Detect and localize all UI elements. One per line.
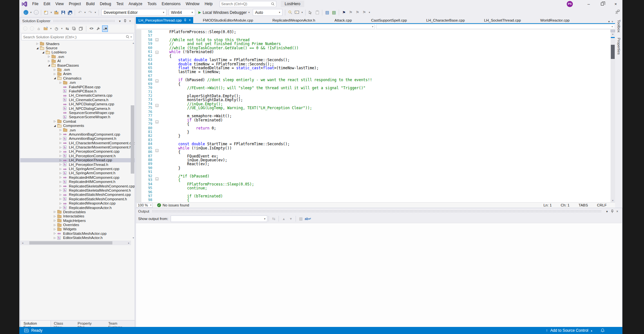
- decrease-indent-button[interactable]: ▤: [324, 9, 330, 16]
- undo-button[interactable]: ↶: [77, 9, 83, 16]
- expanded-arrow-icon[interactable]: ◢: [52, 77, 57, 80]
- code-line[interactable]: if (bTerminated): [160, 118, 611, 122]
- account-avatar[interactable]: PS: [567, 1, 573, 7]
- switch-views-caret-icon[interactable]: ▾: [49, 27, 52, 30]
- collapsed-arrow-icon[interactable]: ▷: [58, 202, 63, 205]
- restore-button[interactable]: [595, 0, 609, 8]
- tab-WorldReactor.cpp[interactable]: WorldReactor.cpp: [531, 17, 579, 23]
- code-line[interactable]: inQue.Dequeue(ev);: [160, 158, 611, 162]
- next-message-button[interactable]: ▾: [287, 215, 294, 222]
- find-message-button[interactable]: ⇆: [270, 215, 277, 222]
- code-editor[interactable]: 5657585960616263646566676869707172737475…: [136, 30, 615, 202]
- tree-item-ReplicatedSkeletalMeshComponent.h[interactable]: ▷hReplicatedSkeletalMeshComponent.h: [20, 188, 135, 192]
- breakpoint-margin[interactable]: [136, 30, 141, 202]
- properties-copy-button[interactable]: [78, 25, 84, 32]
- collapsed-arrow-icon[interactable]: ▷: [58, 193, 63, 196]
- start-debug-button[interactable]: ▶ Local Windows Debugger ▾: [196, 10, 251, 15]
- collapsed-arrow-icon[interactable]: ▷: [52, 120, 57, 123]
- tree-item-Components[interactable]: ◢Components: [20, 123, 135, 128]
- tree-item-LH_PerceptionComponent.h[interactable]: ▷hLH_PerceptionComponent.h: [20, 154, 135, 158]
- solution-search-input[interactable]: [23, 35, 126, 39]
- menu-item-edit[interactable]: Edit: [41, 1, 53, 7]
- line-indicator[interactable]: Ln: 1: [544, 203, 552, 207]
- collapsed-arrow-icon[interactable]: ▷: [58, 189, 63, 192]
- tree-item-LH_NPCDialogCamera.h[interactable]: hLH_NPCDialogCamera.h: [20, 106, 135, 110]
- title-bar[interactable]: FileEditViewProjectBuildDebugTestAnalyze…: [19, 0, 622, 8]
- output-content[interactable]: [136, 223, 622, 327]
- view-code-button[interactable]: <>: [89, 25, 94, 32]
- feedback-button[interactable]: [615, 10, 620, 15]
- collapsed-arrow-icon[interactable]: ▷: [58, 185, 63, 187]
- tab-FMODStudioEditorModule.cpp[interactable]: FMODStudioEditorModule.cpp: [193, 17, 263, 23]
- collapsed-arrow-icon[interactable]: ▷: [58, 159, 63, 162]
- code-line[interactable]: while (!bTerminated): [160, 50, 611, 54]
- collapsed-arrow-icon[interactable]: ▷: [58, 180, 63, 183]
- scroll-down-icon[interactable]: ▾: [133, 236, 134, 239]
- line-ending-indicator[interactable]: CRLF: [597, 203, 607, 207]
- fold-collapse-icon[interactable]: –: [156, 51, 158, 54]
- tree-item-AI[interactable]: ▷AI: [20, 59, 135, 63]
- code-line[interactable]: //UE_LOG(LogTemp, Warning, TEXT("LH_Perc…: [160, 106, 611, 110]
- close-icon[interactable]: ×: [615, 210, 620, 213]
- collapsed-arrow-icon[interactable]: ▷: [58, 137, 63, 140]
- tab-CastSupportSpell.cpp[interactable]: CastSupportSpell.cpp: [362, 17, 417, 23]
- add-to-source-control-button[interactable]: Add to Source Control: [550, 328, 588, 333]
- zoom-level-dropdown[interactable]: 100 %▾: [137, 203, 153, 208]
- collapsed-arrow-icon[interactable]: ▷: [58, 146, 63, 149]
- collapsed-arrow-icon[interactable]: ▷: [58, 197, 63, 200]
- tree-item-Widgets[interactable]: ▷Widgets: [20, 227, 135, 231]
- collapsed-arrow-icon[interactable]: ▷: [35, 42, 40, 45]
- add-item-button[interactable]: [53, 9, 60, 16]
- collapsed-arrow-icon[interactable]: ▷: [58, 150, 63, 153]
- member-dropdown[interactable]: ▾: [376, 24, 614, 29]
- tab-ReplicatedWeaponActor.h[interactable]: ReplicatedWeaponActor.h: [263, 17, 325, 23]
- scroll-down-icon[interactable]: ▾: [611, 199, 615, 202]
- paste-button[interactable]: [314, 9, 320, 16]
- tree-item-LH_CinematicCamera.cpp[interactable]: ++LH_CinematicCamera.cpp: [20, 93, 135, 98]
- panel-options-icon[interactable]: ▾: [604, 210, 610, 213]
- active-files-dropdown-icon[interactable]: ▾: [608, 20, 610, 23]
- output-header[interactable]: Output ▾ ×: [136, 208, 622, 215]
- expanded-arrow-icon[interactable]: ◢: [46, 64, 52, 67]
- back-button[interactable]: ←: [22, 25, 28, 32]
- navigate-cursor-button[interactable]: [307, 9, 314, 16]
- code-text-area[interactable]: FPlatformProcess::Sleep(0.03); //While n…: [160, 30, 611, 202]
- solution-search-box[interactable]: ▾: [21, 33, 134, 40]
- close-icon[interactable]: ×: [128, 19, 133, 23]
- collapsed-arrow-icon[interactable]: ▷: [52, 219, 57, 222]
- collapsed-arrow-icon[interactable]: ▷: [58, 154, 63, 157]
- tree-horizontal-scrollbar[interactable]: ◂ ▸: [20, 241, 131, 245]
- new-project-button[interactable]: [43, 9, 49, 16]
- tree-item-AmunnitionBagComponent.cpp[interactable]: ▷++AmunnitionBagComponent.cpp: [20, 132, 135, 136]
- collapsed-arrow-icon[interactable]: ▷: [52, 228, 57, 231]
- code-line[interactable]: //FEvent->Wait(); will "sleep" the threa…: [160, 86, 611, 90]
- menu-item-test[interactable]: Test: [114, 1, 126, 7]
- tree-item-Overrides[interactable]: ▷Overrides: [20, 223, 135, 227]
- scrollbar-thumb[interactable]: [131, 105, 134, 174]
- column-indicator[interactable]: Ch: 1: [561, 203, 570, 207]
- tree-item-Destructables[interactable]: ▷Destructables: [20, 210, 135, 214]
- tree-item-.svn[interactable]: ▷.svn: [20, 67, 135, 72]
- tabs-mode-indicator[interactable]: TABS: [579, 203, 588, 207]
- code-line[interactable]: [160, 170, 611, 174]
- fold-cell[interactable]: –: [156, 104, 160, 108]
- tree-item-LH_CharacterMovementComponent.h[interactable]: ▷hLH_CharacterMovementComponent.h: [20, 145, 135, 149]
- menu-item-help[interactable]: Help: [202, 1, 215, 7]
- prev-bookmark-button[interactable]: ⚑: [347, 9, 354, 16]
- redo-button[interactable]: ↷: [87, 9, 93, 16]
- tree-item-Combat[interactable]: ▷Combat: [20, 119, 135, 123]
- scroll-left-icon[interactable]: ◂: [20, 242, 25, 244]
- menu-item-analyze[interactable]: Analyze: [126, 1, 145, 7]
- tree-item-SequncerSceneWraper.cpp[interactable]: ++SequncerSceneWraper.cpp: [20, 110, 135, 115]
- save-button[interactable]: [60, 9, 66, 16]
- filter-caret-icon[interactable]: ▾: [60, 27, 63, 30]
- fold-collapse-icon[interactable]: –: [156, 177, 158, 180]
- tree-item-ReplicatedWeaponActor.cpp[interactable]: ▷++ReplicatedWeaponActor.cpp: [20, 201, 135, 205]
- tree-item-LH_PerceptionThread.h[interactable]: ▷hLH_PerceptionThread.h: [20, 162, 135, 167]
- code-line[interactable]: }: [160, 130, 611, 134]
- tree-item-Anim[interactable]: ▷Anim: [20, 72, 135, 76]
- tree-item-ReplicatedSkeletalMeshComponent.cpp[interactable]: ▷++ReplicatedSkeletalMeshComponent.cpp: [20, 184, 135, 188]
- code-line[interactable]: React(ev);: [160, 162, 611, 166]
- next-bookmark-button[interactable]: ⚑: [354, 9, 361, 16]
- collapsed-arrow-icon[interactable]: ▷: [58, 206, 63, 209]
